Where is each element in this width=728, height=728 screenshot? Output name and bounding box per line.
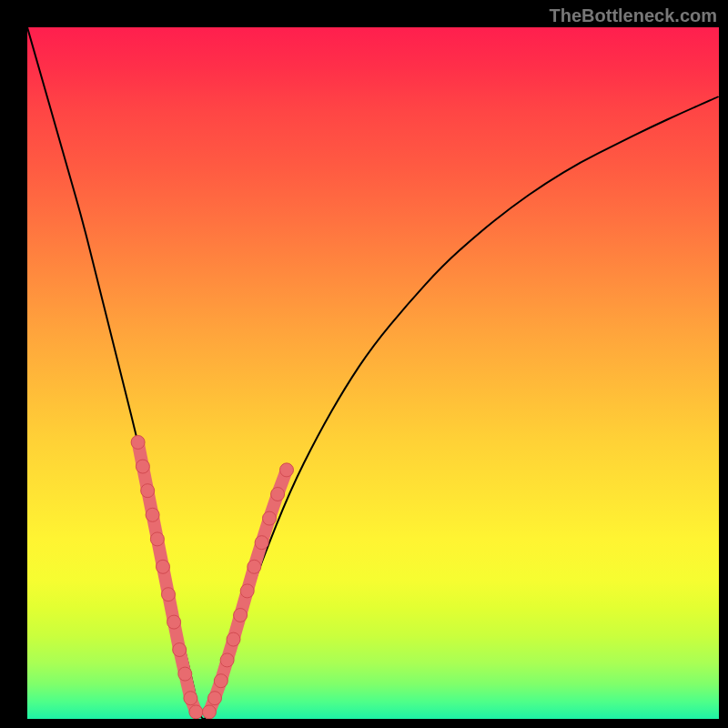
marker-bead — [141, 484, 155, 498]
marker-bead — [227, 632, 240, 646]
marker-bead — [202, 705, 216, 719]
marker-segment — [185, 674, 190, 699]
bottleneck-curve — [27, 27, 719, 719]
marker-bead — [248, 560, 261, 573]
marker-segment — [168, 594, 174, 622]
marker-bead — [271, 488, 285, 501]
marker-segment — [262, 519, 269, 543]
marker-bead — [234, 609, 248, 622]
marker-bead — [178, 667, 192, 681]
marker-bead — [220, 653, 234, 667]
marker-segment — [278, 470, 287, 494]
marker-cluster-left — [131, 436, 203, 719]
curve-path — [27, 27, 719, 719]
curve-layer — [27, 27, 719, 719]
marker-segment — [190, 698, 196, 712]
marker-segment — [138, 442, 143, 467]
marker-segment — [221, 660, 228, 681]
marker-bead — [167, 615, 181, 629]
chart-frame: TheBottleneck.com — [0, 0, 728, 728]
marker-bead — [146, 508, 159, 521]
marker-bead — [189, 705, 203, 719]
marker-segment — [228, 640, 234, 661]
marker-bead — [173, 643, 187, 657]
marker-segment — [174, 622, 179, 650]
watermark-text: TheBottleneck.com — [550, 5, 717, 26]
marker-bead — [157, 560, 170, 573]
plot-area — [27, 27, 719, 719]
marker-bead — [162, 588, 176, 602]
marker-segment — [248, 567, 255, 592]
marker-bead — [150, 532, 164, 546]
marker-cluster-right — [202, 463, 293, 719]
marker-bead — [136, 460, 149, 473]
marker-bead — [184, 692, 197, 705]
marker-segment — [163, 567, 168, 594]
marker-bead — [280, 463, 294, 477]
marker-bead — [208, 692, 222, 705]
marker-segment — [147, 490, 152, 515]
marker-segment — [157, 539, 163, 566]
marker-segment — [215, 681, 221, 698]
marker-segment — [240, 591, 248, 615]
marker-segment — [209, 698, 215, 712]
marker-segment — [269, 494, 278, 519]
marker-bead — [263, 511, 277, 525]
marker-segment — [254, 542, 261, 567]
marker-bead — [214, 674, 228, 688]
marker-segment — [234, 615, 241, 640]
marker-segment — [153, 515, 157, 540]
marker-bead — [131, 436, 145, 450]
marker-segment — [179, 650, 185, 674]
marker-segment — [143, 467, 147, 491]
marker-bead — [240, 584, 254, 598]
marker-bead — [255, 536, 268, 550]
